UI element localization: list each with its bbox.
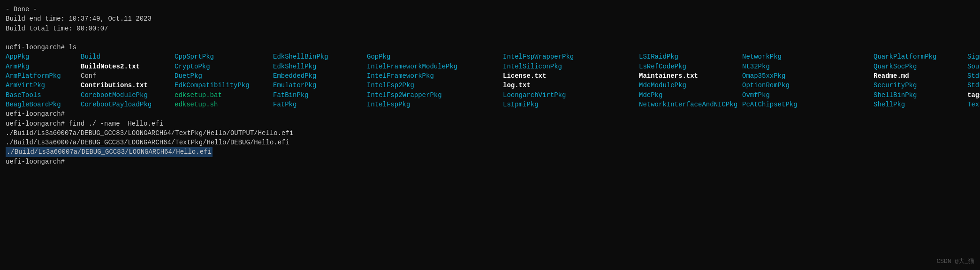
ls-col-5: GopPkg IntelFrameworkModulePkg IntelFram…	[367, 52, 503, 109]
ls-item: EmulatorPkg	[273, 81, 367, 90]
ls-item: BeagleBoardPkg	[6, 100, 81, 109]
ls-item: FatBinPkg	[273, 90, 367, 100]
ls-item: OptionRomPkg	[742, 81, 874, 90]
ls-item: TextPkg	[967, 100, 980, 109]
ls-item: GopPkg	[367, 52, 503, 61]
ls-item: SecurityPkg	[874, 81, 967, 90]
ls-item: PcAtChipsetPkg	[742, 100, 874, 109]
ls-item: BaseTools	[6, 90, 81, 100]
ls-item: CorebootModulePkg	[81, 90, 175, 100]
ls-item: ShellPkg	[874, 100, 967, 109]
ls-item: EdkShellBinPkg	[273, 52, 367, 61]
ls-item: IntelFspPkg	[367, 100, 503, 109]
ls-item: IntelFsp2WrapperPkg	[367, 90, 503, 100]
ls-item: BuildNotes2.txt	[81, 62, 175, 71]
ls-item: Build	[81, 52, 175, 61]
ls-col-9: QuarkPlatformPkg QuarkSocPkg Readme.md S…	[874, 52, 967, 109]
ls-item: StdLib	[967, 71, 980, 81]
ls-item: FatPkg	[273, 100, 367, 109]
line-prompt-final: uefi-loongarch#	[6, 157, 974, 166]
ls-item: EmbeddedPkg	[273, 71, 367, 81]
ls-item: SignedCapsulePkg	[967, 52, 980, 61]
ls-col-4: EdkShellBinPkg EdkShellPkg EmbeddedPkg E…	[273, 52, 367, 109]
ls-item: LsIpmiPkg	[503, 100, 639, 109]
ls-item: NetworkPkg	[742, 52, 874, 61]
ls-item: OvmfPkg	[742, 90, 874, 100]
ls-item: tags	[967, 90, 980, 100]
ls-item: IntelSiliconPkg	[503, 62, 639, 71]
line-prompt-empty1: uefi-loongarch#	[6, 109, 974, 119]
line-done: - Done -	[6, 5, 974, 14]
ls-item: edksetup.sh	[175, 100, 273, 109]
ls-item: NetworkInterfaceAndNICPkg	[639, 100, 742, 109]
ls-item: LSIRaidPkg	[639, 52, 742, 61]
terminal: - Done - Build end time: 10:37:49, Oct.1…	[6, 5, 974, 166]
ls-item: IntelFrameworkModulePkg	[367, 62, 503, 71]
ls-item: Conf	[81, 71, 175, 81]
ls-item: LoongarchVirtPkg	[503, 90, 639, 100]
ls-item: DuetPkg	[175, 71, 273, 81]
ls-item: SourceLevelDebugPkg	[967, 62, 980, 71]
ls-item: log.txt	[503, 81, 639, 90]
watermark: CSDN @大_猫	[936, 257, 974, 266]
line-find-cmd: uefi-loongarch# find ./ -name Hello.efi	[6, 119, 974, 128]
ls-item: IntelFspWrapperPkg	[503, 52, 639, 61]
ls-item: ArmPkg	[6, 62, 81, 71]
ls-item: ArmVirtPkg	[6, 81, 81, 90]
ls-item: QuarkSocPkg	[874, 62, 967, 71]
ls-col-1: AppPkg ArmPkg ArmPlatformPkg ArmVirtPkg …	[6, 52, 81, 109]
ls-item: Omap35xxPkg	[742, 71, 874, 81]
line-build-total: Build total time: 00:00:07	[6, 24, 974, 33]
ls-item: AppPkg	[6, 52, 81, 61]
ls-item: License.txt	[503, 71, 639, 81]
ls-item: Maintainers.txt	[639, 71, 742, 81]
ls-item: IntelFrameworkPkg	[367, 71, 503, 81]
ls-item: CryptoPkg	[175, 62, 273, 71]
ls-item: MdeModulePkg	[639, 81, 742, 90]
ls-item: Readme.md	[874, 71, 967, 81]
ls-output: AppPkg ArmPkg ArmPlatformPkg ArmVirtPkg …	[6, 52, 974, 109]
line-prompt-ls: uefi-loongarch# ls	[6, 43, 974, 52]
line-find-result1: ./Build/Ls3a60007a/DEBUG_GCC83/LOONGARCH…	[6, 128, 974, 138]
ls-item: EdkShellPkg	[273, 62, 367, 71]
line-build-end: Build end time: 10:37:49, Oct.11 2023	[6, 14, 974, 23]
ls-col-8: NetworkPkg Nt32Pkg Omap35xxPkg OptionRom…	[742, 52, 874, 109]
ls-item: CppSprtPkg	[175, 52, 273, 61]
ls-item: CorebootPayloadPkg	[81, 100, 175, 109]
ls-item: ArmPlatformPkg	[6, 71, 81, 81]
ls-col-3: CppSprtPkg CryptoPkg DuetPkg EdkCompatib…	[175, 52, 273, 109]
ls-item: Nt32Pkg	[742, 62, 874, 71]
line-find-result2: ./Build/Ls3a60007a/DEBUG_GCC83/LOONGARCH…	[6, 138, 974, 147]
ls-item: IntelFsp2Pkg	[367, 81, 503, 90]
ls-item: StdLibPrivateInternalFiles	[967, 81, 980, 90]
ls-item: edksetup.bat	[175, 90, 273, 100]
ls-item: EdkCompatibilityPkg	[175, 81, 273, 90]
ls-item: MdePkg	[639, 90, 742, 100]
ls-col-10: SignedCapsulePkg SourceLevelDebugPkg Std…	[967, 52, 980, 109]
ls-item: QuarkPlatformPkg	[874, 52, 967, 61]
ls-item: Contributions.txt	[81, 81, 175, 90]
ls-col-7: LSIRaidPkg LsRefCodePkg Maintainers.txt …	[639, 52, 742, 109]
ls-col-6: IntelFspWrapperPkg IntelSiliconPkg Licen…	[503, 52, 639, 109]
ls-col-2: Build BuildNotes2.txt Conf Contributions…	[81, 52, 175, 109]
ls-item: LsRefCodePkg	[639, 62, 742, 71]
line-blank1	[6, 33, 974, 43]
ls-item: ShellBinPkg	[874, 90, 967, 100]
line-find-result3-highlighted: ./Build/Ls3a60007a/DEBUG_GCC83/LOONGARCH…	[6, 147, 213, 157]
